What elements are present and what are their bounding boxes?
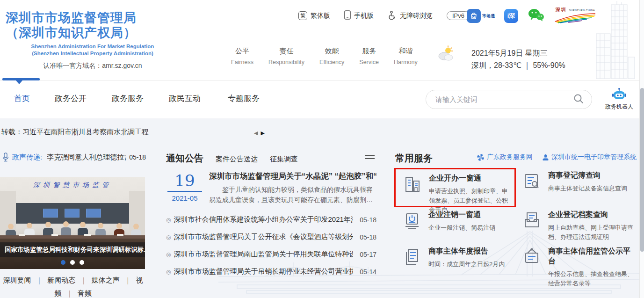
gov-robot[interactable]: 政务机器人: [603, 87, 635, 111]
traditional-icon: 繁: [298, 11, 307, 20]
featured-notice[interactable]: 19 2021-05 深圳市市场监督管理局关于“水晶泥” “起泡胶”和“... …: [166, 171, 376, 207]
service-card-registry-search[interactable]: 商事登记簿查询 商事主体登记及备案信息查询: [522, 171, 637, 193]
featured-text: 深圳市市场监督管理局关于“水晶泥” “起泡胶”和“... 鉴于儿童的认知能力较弱…: [209, 171, 376, 205]
notice-date: 05-18: [360, 216, 376, 224]
accessibility-label: 无障碍浏览: [400, 12, 433, 20]
featured-month: 2021-05: [167, 194, 203, 202]
link-audio[interactable]: 音频: [78, 289, 92, 297]
news-carousel[interactable]: 深圳智慧市场监管 国家市场监管总局科技和财务司来深圳调研标识标...: [0, 177, 145, 269]
services-column: 常用服务 广东政务服务网: [395, 118, 637, 298]
link-news-updates[interactable]: 新闻动态: [47, 276, 75, 284]
mobile-version-link[interactable]: 手机版: [344, 10, 374, 21]
service-desc: 商事主体登记及备案信息查询: [548, 184, 627, 193]
value-en: Service: [359, 59, 379, 65]
weather-icon: [435, 45, 456, 65]
nav-gov-services[interactable]: 政务服务: [112, 93, 144, 104]
value-cn: 和谐: [394, 47, 418, 56]
services-header: 常用服务 广东政务服务网: [395, 152, 637, 165]
carousel-caption[interactable]: 国家市场监管总局科技和财务司来深圳调研标识标...: [0, 242, 145, 257]
archive-box-icon: [522, 211, 541, 230]
bullet-icon: ◎: [166, 217, 171, 223]
mobile-icon: [344, 10, 351, 21]
notice-row-2[interactable]: ◎ 深圳市市场监督管理局关于公开征求《会议型酒店等级划分与评定... 05-18: [166, 228, 376, 246]
value-cn: 责任: [268, 47, 304, 56]
service-card-company-deregistration[interactable]: 企业注销一窗通 企业一般注销、简易注销: [403, 210, 518, 233]
accessibility-link[interactable]: 无障碍浏览: [388, 11, 433, 21]
voice-news-title[interactable]: 李克强同意大利总理德拉吉通电...: [47, 153, 126, 162]
value-en: Efficiency: [319, 59, 344, 65]
site-logo[interactable]: 深圳市市场监督管理局 （深圳市知识产权局） Shenzhen Administr…: [6, 10, 180, 70]
scrollbar-track[interactable]: [639, 0, 644, 298]
value-en: Responsibility: [268, 59, 304, 65]
scrollbar-thumb[interactable]: [640, 88, 644, 252]
wechat-icon[interactable]: [528, 8, 544, 24]
eseal-system-link[interactable]: 深圳市统一电子印章管理系统: [542, 153, 637, 161]
value-en: Harmony: [394, 59, 418, 65]
notice-row-1[interactable]: ◎ 深圳市社会信用体系建设统筹小组办公室关于印发2021年深圳市... 05-1…: [166, 211, 376, 228]
date-rule: [167, 191, 202, 192]
hanging-board-icon: [522, 247, 541, 266]
search-input[interactable]: [435, 95, 573, 103]
datetime-block: 2021年5月19日 星期三 深圳，28-33℃ ｜ 55%-90%: [471, 47, 565, 72]
robot-label: 政务机器人: [603, 103, 635, 111]
notice-title: 深圳市市场监督管理局关于公开征求《会议型酒店等级划分与评定...: [174, 233, 353, 241]
photo-decor: [51, 234, 58, 236]
photo-screen: [43, 209, 58, 218]
tab-case-announcements[interactable]: 案件公告送达: [216, 155, 258, 164]
notice-row-3[interactable]: ◎ 深圳市市场监督管理局南山监管局关于停用失联单位特种设备的公... 05-17: [166, 246, 376, 263]
seal-icon: [542, 153, 549, 161]
service-desc: 时间：成立周年之日起2月内: [428, 260, 505, 269]
voice-news-label[interactable]: 政声传递:: [12, 153, 42, 162]
service-title: 企业注销一窗通: [428, 210, 495, 220]
nav-home[interactable]: 首页: [14, 93, 30, 104]
link-shenzhen-news[interactable]: 深圳要闻: [3, 276, 31, 284]
microphone-icon: [2, 153, 9, 162]
service-desc: 企业一般注销、简易注销: [428, 223, 495, 233]
search-icon[interactable]: [573, 93, 584, 106]
value-harmony: 和谐 Harmony: [394, 47, 418, 65]
traditional-version-link[interactable]: 繁 繁体版: [298, 11, 330, 20]
pinwheel-icon: [477, 153, 485, 161]
tab-notices[interactable]: 通知公告: [166, 152, 203, 165]
ticker-text: 转载：习近平在南阳市淅川县考察南水北调工程: [1, 128, 149, 136]
external-service-links: 广东政务服务网 深圳市统一电子印章管理系统: [477, 153, 637, 161]
service-card-credit-platform[interactable]: 商事主体信用监管公示平台 年报公示信息、抽查检查结果、经营异常名录等: [522, 247, 637, 288]
notice-date: 05-17: [360, 251, 376, 258]
more-icon[interactable]: [365, 155, 375, 159]
carousel-dot-1[interactable]: [61, 260, 65, 265]
service-card-company-setup[interactable]: 企业开办一窗通 申请营业执照、刻制印章、申领发票、员工参保登记、公积金开户...: [394, 168, 516, 207]
utility-bar: 繁 繁体版 手机版 无障碍浏览 IPv6: [298, 10, 470, 21]
separator: ｜: [66, 289, 73, 297]
service-title: 商事主体信用监管公示平台: [548, 247, 637, 266]
featured-day: 19: [167, 172, 203, 189]
notices-column: 通知公告 案件公告送达 征集调查 19 2021-05 深圳市市场监督管理局关于…: [166, 118, 376, 298]
carousel-dot-2[interactable]: [70, 260, 75, 265]
value-fairness: 公平 Fairness: [231, 47, 253, 65]
service-card-archive-search[interactable]: 企业登记档案查询 网上自助查档、网上受理申请查档、办理违法违规证明: [522, 210, 637, 242]
carousel-dot-3[interactable]: [80, 260, 84, 265]
mobile-label: 手机版: [354, 12, 374, 20]
ishenzhen-app-icon[interactable]: i深: [504, 9, 518, 23]
notice-date: 05-14: [360, 268, 376, 276]
service-text: 企业开办一窗通 申请营业执照、刻制印章、申领发票、员工参保登记、公积金开户...: [429, 174, 511, 203]
voice-news-date: 05-18: [129, 153, 146, 161]
photo-decor: [84, 234, 91, 236]
tab-surveys[interactable]: 征集调查: [270, 155, 298, 164]
site-title-cn-2: （深圳市知识产权局）: [6, 25, 180, 40]
separator: ｜: [124, 276, 131, 284]
notice-row-4[interactable]: ◎ 深圳市市场监督管理局关于吊销长期停业未经营公司营业执照的公... 05-14: [166, 263, 376, 280]
market-app-link[interactable]: 市场通: [467, 9, 495, 23]
nav-special-topics[interactable]: 专题服务: [228, 93, 260, 104]
featured-date-block: 19 2021-05: [167, 172, 203, 202]
wheelchair-icon: [388, 11, 397, 21]
featured-title[interactable]: 深圳市市场监督管理局关于“水晶泥” “起泡胶”和“...: [209, 171, 376, 182]
carousel-dots: [0, 260, 145, 265]
guangdong-gov-link[interactable]: 广东政务服务网: [477, 153, 533, 161]
value-en: Fairness: [231, 59, 253, 65]
value-service: 服务 Service: [359, 47, 379, 65]
link-media-voice[interactable]: 媒体之声: [92, 276, 120, 284]
service-card-annual-report[interactable]: 商事主体年度报告 时间：成立周年之日起2月内: [403, 247, 518, 269]
value-responsibility: 责任 Responsibility: [268, 47, 304, 65]
nav-gov-disclosure[interactable]: 政务公开: [55, 93, 87, 104]
nav-interaction[interactable]: 政民互动: [169, 93, 201, 104]
